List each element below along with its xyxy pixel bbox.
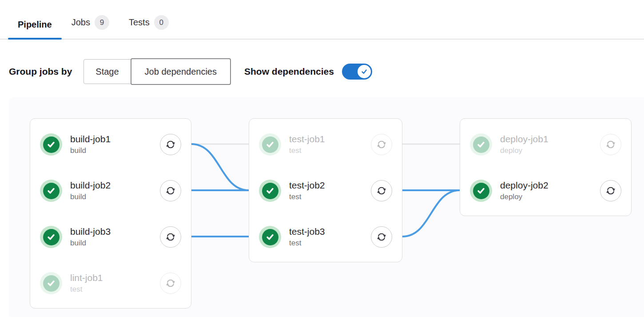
job-item: deploy-job1deploy bbox=[460, 121, 631, 168]
job-name: deploy-job2 bbox=[500, 180, 592, 191]
tab-tests-label: Tests bbox=[129, 17, 150, 28]
job-name: test-job3 bbox=[289, 226, 363, 237]
status-success-check-circle-icon bbox=[470, 133, 492, 156]
job-name: test-job2 bbox=[289, 180, 363, 191]
job-text: test-job2test bbox=[289, 180, 363, 202]
job-stage-label: build bbox=[70, 146, 152, 156]
retry-button bbox=[371, 134, 392, 155]
check-icon bbox=[476, 140, 486, 149]
check-icon bbox=[46, 186, 56, 196]
status-success-inner bbox=[262, 183, 278, 199]
retry-button bbox=[160, 273, 181, 294]
job-item[interactable]: build-job3build bbox=[30, 214, 191, 260]
job-stage-label: test bbox=[289, 238, 363, 248]
job-name: build-job2 bbox=[70, 180, 152, 191]
status-success-check-circle-icon bbox=[259, 133, 281, 156]
retry-icon bbox=[376, 185, 387, 197]
retry-button[interactable] bbox=[160, 180, 181, 201]
tab-tests[interactable]: Tests 0 bbox=[119, 10, 179, 39]
job-item[interactable]: test-job3test bbox=[249, 214, 402, 260]
toggle-knob bbox=[358, 65, 371, 78]
retry-button[interactable] bbox=[371, 180, 392, 201]
job-name: build-job3 bbox=[70, 226, 152, 237]
job-stage-label: build bbox=[70, 192, 152, 202]
job-stage-label: deploy bbox=[500, 192, 592, 202]
check-icon bbox=[265, 186, 275, 196]
group-jobs-by-label: Group jobs by bbox=[9, 66, 72, 77]
status-success-check-circle-icon bbox=[40, 272, 62, 294]
tab-jobs-label: Jobs bbox=[72, 17, 90, 28]
job-item[interactable]: build-job2build bbox=[30, 168, 191, 214]
status-success-check-circle-icon bbox=[40, 180, 62, 202]
job-stage-label: test bbox=[289, 146, 363, 156]
job-item[interactable]: test-job2test bbox=[249, 168, 402, 214]
retry-button[interactable] bbox=[160, 226, 181, 248]
job-text: deploy-job2deploy bbox=[500, 180, 592, 202]
graph-controls: Group jobs by Stage Job dependencies Sho… bbox=[9, 58, 644, 85]
check-icon bbox=[265, 232, 275, 242]
tab-pipeline-label: Pipeline bbox=[18, 20, 52, 30]
job-stage-label: build bbox=[70, 238, 152, 248]
show-dependencies-label: Show dependencies bbox=[244, 66, 334, 77]
jobs-count-badge: 9 bbox=[95, 15, 109, 30]
job-name: deploy-job1 bbox=[500, 133, 592, 145]
status-success-check-circle-icon bbox=[470, 180, 492, 202]
retry-button[interactable] bbox=[371, 226, 392, 248]
retry-button bbox=[600, 134, 621, 155]
job-text: lint-job1test bbox=[70, 272, 152, 294]
retry-button[interactable] bbox=[600, 180, 621, 201]
job-text: test-job1test bbox=[289, 133, 363, 156]
check-icon bbox=[46, 140, 56, 149]
status-success-check-circle-icon bbox=[259, 226, 281, 248]
retry-icon bbox=[165, 185, 176, 197]
check-icon bbox=[476, 186, 486, 196]
tab-jobs[interactable]: Jobs 9 bbox=[62, 10, 119, 39]
status-success-inner bbox=[43, 275, 60, 292]
job-name: lint-job1 bbox=[70, 272, 152, 284]
job-text: build-job1build bbox=[70, 133, 152, 156]
retry-icon bbox=[165, 231, 176, 243]
job-text: deploy-job1deploy bbox=[500, 133, 592, 156]
status-success-inner bbox=[43, 229, 60, 245]
check-icon bbox=[360, 68, 368, 76]
status-success-check-circle-icon bbox=[259, 180, 281, 202]
group-by-job-dependencies-button[interactable]: Job dependencies bbox=[131, 58, 231, 85]
status-success-inner bbox=[43, 183, 60, 199]
job-stage-label: test bbox=[289, 192, 363, 202]
job-item[interactable]: build-job1build bbox=[30, 121, 191, 168]
job-item[interactable]: deploy-job2deploy bbox=[460, 168, 631, 214]
status-success-inner bbox=[262, 229, 278, 245]
job-item: test-job1test bbox=[249, 121, 402, 168]
tab-pipeline[interactable]: Pipeline bbox=[8, 14, 62, 39]
status-success-inner bbox=[473, 136, 489, 153]
status-success-inner bbox=[262, 136, 278, 153]
status-success-check-circle-icon bbox=[40, 133, 62, 156]
tests-count-badge: 0 bbox=[154, 15, 169, 30]
retry-icon bbox=[376, 139, 387, 150]
job-item: lint-job1test bbox=[30, 260, 191, 306]
pipeline-tabbar: Pipeline Jobs 9 Tests 0 bbox=[0, 0, 644, 40]
job-group-card: test-job1testtest-job2testtest-job3test bbox=[249, 118, 402, 262]
job-text: test-job3test bbox=[289, 226, 363, 248]
retry-icon bbox=[376, 231, 387, 243]
group-by-stage-button[interactable]: Stage bbox=[83, 59, 131, 84]
job-text: build-job3build bbox=[70, 226, 152, 248]
show-dependencies-toggle[interactable] bbox=[342, 64, 372, 80]
job-text: build-job2build bbox=[70, 180, 152, 202]
retry-icon bbox=[165, 277, 176, 289]
retry-icon bbox=[605, 185, 616, 197]
status-success-inner bbox=[43, 136, 60, 153]
job-stage-label: deploy bbox=[500, 146, 592, 156]
check-icon bbox=[265, 140, 275, 149]
status-success-inner bbox=[473, 183, 489, 199]
dependency-link bbox=[402, 190, 460, 237]
check-icon bbox=[46, 232, 56, 242]
pipeline-graph: build-job1buildbuild-job2buildbuild-job3… bbox=[9, 97, 644, 317]
retry-button[interactable] bbox=[160, 134, 181, 155]
status-success-check-circle-icon bbox=[40, 226, 62, 248]
retry-icon bbox=[165, 139, 176, 150]
job-stage-label: test bbox=[70, 285, 152, 294]
job-name: test-job1 bbox=[289, 133, 363, 145]
check-icon bbox=[46, 278, 56, 288]
job-group-card: build-job1buildbuild-job2buildbuild-job3… bbox=[30, 118, 191, 309]
